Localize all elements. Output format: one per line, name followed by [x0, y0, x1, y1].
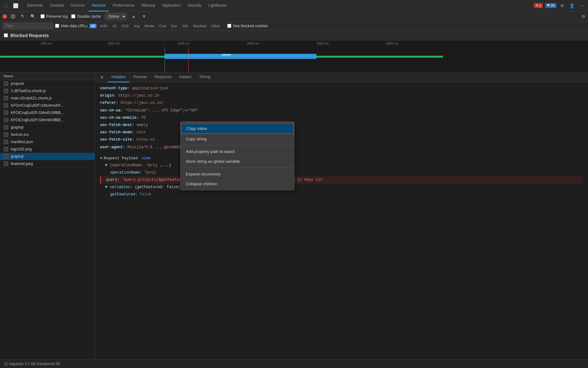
hide-data-urls-checkbox[interactable]: Hide data URLs: [55, 24, 88, 28]
list-item[interactable]: favicon.ico: [0, 131, 95, 138]
header-suffix: ...: [153, 108, 162, 113]
tab-console[interactable]: Console: [47, 0, 67, 11]
record-button[interactable]: [3, 14, 7, 19]
import-icon[interactable]: ▲: [130, 13, 137, 19]
preserve-log-input[interactable]: [41, 14, 45, 18]
list-item[interactable]: KFOmCnqEu92Fr1Mu4mxKK...: [0, 102, 95, 109]
payload-vars-key: variables:: [109, 185, 132, 189]
inspect-icon[interactable]: ⬜: [12, 2, 20, 10]
file-icon: [4, 125, 8, 130]
payload-section: ▼ Request Payload view ▼ {operationName:…: [95, 154, 588, 200]
filter-type-media[interactable]: Media: [143, 24, 156, 28]
error-x-icon: ✕: [535, 3, 538, 8]
warn-badge[interactable]: ⚑ 26: [545, 3, 556, 8]
filter-type-other[interactable]: Other: [210, 24, 222, 28]
list-item[interactable]: projects: [0, 80, 95, 87]
filter-type-js[interactable]: JS: [111, 24, 118, 28]
file-icon: [4, 103, 8, 108]
stop-button[interactable]: [11, 14, 15, 19]
file-name: favicon.ico: [11, 132, 29, 137]
file-icon: [4, 118, 8, 122]
list-item-selected[interactable]: graphql: [0, 153, 95, 160]
tab-initiator[interactable]: Initiator: [175, 72, 195, 82]
payload-query-row: query: "query projects($getFeatured: Boo…: [100, 176, 583, 184]
header-val: application/json: [132, 86, 168, 91]
mark-2000ms: 2000 ms: [247, 42, 259, 45]
tab-timing[interactable]: Timing: [195, 72, 214, 82]
header-row: sec-fetch-site: cross-si: [100, 136, 583, 143]
filter-type-ws[interactable]: WS: [181, 24, 190, 28]
disable-cache-input[interactable]: [71, 14, 75, 18]
context-item-copy-value[interactable]: Copy value: [181, 123, 294, 134]
context-item-copy-string[interactable]: Copy string: [181, 134, 294, 144]
file-name: KFOlCnqEu92Fr1MmWUlfBB...: [11, 118, 64, 122]
tab-elements[interactable]: Elements: [24, 0, 46, 11]
context-item-collapse[interactable]: Collapse children: [181, 179, 294, 189]
tab-headers[interactable]: Headers: [108, 72, 129, 82]
file-icon: [4, 147, 8, 151]
tab-response[interactable]: Response: [151, 72, 175, 82]
warn-count: 26: [551, 3, 555, 7]
header-row: content-type: application/json: [100, 85, 583, 92]
user-icon[interactable]: 👤: [568, 2, 576, 10]
settings-gear-icon[interactable]: ⚙: [559, 2, 566, 10]
blocked-cookies-input[interactable]: [227, 24, 231, 28]
payload-view-link[interactable]: view: [141, 156, 151, 161]
context-item-add-property[interactable]: Add property path to watch: [181, 147, 294, 156]
close-detail-button[interactable]: ✕: [97, 73, 106, 81]
list-item[interactable]: KFOlCnqEu92Fr1MmWUlfBB...: [0, 117, 95, 124]
filter-type-font[interactable]: Font: [158, 24, 168, 28]
more-icon[interactable]: ⋯: [579, 2, 585, 10]
hide-data-urls-input[interactable]: [55, 24, 59, 28]
blocked-requests-checkbox[interactable]: [4, 33, 8, 37]
header-row: user-agent: Mozilla/5.0 ... ppleWebKit/5…: [100, 144, 583, 151]
error-badge[interactable]: ✕ 1: [534, 3, 543, 8]
search-icon[interactable]: 🔍: [29, 13, 37, 19]
tab-lighthouse[interactable]: Lighthouse: [205, 0, 230, 11]
filter-type-doc[interactable]: Doc: [170, 24, 179, 28]
tab-sources[interactable]: Sources: [68, 0, 88, 11]
payload-suffix: ,...}: [160, 163, 171, 168]
disable-cache-checkbox[interactable]: Disable cache: [71, 14, 101, 19]
cursor-icon[interactable]: ⬚: [3, 2, 9, 10]
filter-type-xhr[interactable]: XHR: [98, 24, 109, 28]
timeline-area[interactable]: 500 ms 1000 ms 1500 ms 2000 ms 2500 ms 3…: [0, 41, 588, 72]
list-item[interactable]: logo192.png: [0, 146, 95, 153]
filter-input[interactable]: [3, 23, 53, 29]
header-key: content-type:: [100, 86, 130, 91]
filter-icon[interactable]: ⚗: [19, 13, 25, 19]
list-item[interactable]: manifest.json: [0, 138, 95, 146]
filter-type-css[interactable]: CSS: [120, 24, 130, 28]
header-key: referer:: [100, 101, 118, 105]
filter-type-img[interactable]: Img: [132, 24, 141, 28]
list-item[interactable]: KFOlCnqEu92Fr1MmEU9fBB...: [0, 109, 95, 117]
tab-security[interactable]: Security: [185, 0, 204, 11]
timeline-red-line: [188, 47, 189, 72]
file-list: Name projects 2.d87ba61a.chunk.js main.d…: [0, 72, 95, 359]
list-item[interactable]: 2.d87ba61a.chunk.js: [0, 87, 95, 95]
tab-performance[interactable]: Performance: [109, 0, 138, 11]
export-icon[interactable]: ▼: [141, 13, 147, 19]
detail-tabs: ✕ Headers Preview Response Initiator Tim…: [95, 72, 588, 82]
tab-memory[interactable]: Memory: [138, 0, 158, 11]
error-count: 1: [539, 4, 541, 8]
header-key: sec-ch-ua:: [100, 108, 123, 113]
list-item[interactable]: main.d2cda421.chunk.js: [0, 95, 95, 102]
tab-preview[interactable]: Preview: [129, 72, 151, 82]
context-item-expand[interactable]: Expand recursively: [181, 169, 294, 179]
blocked-cookies-checkbox[interactable]: Has blocked cookies: [227, 24, 268, 28]
context-item-store-global[interactable]: Store string as global variable: [181, 156, 294, 166]
network-settings-icon[interactable]: ⚙: [581, 14, 585, 19]
filter-type-all[interactable]: All: [90, 24, 97, 28]
list-item[interactable]: graphql: [0, 124, 95, 131]
preserve-log-checkbox[interactable]: Preserve log: [41, 14, 67, 19]
tab-application[interactable]: Application: [159, 0, 184, 11]
throttle-select[interactable]: Online: [105, 13, 127, 20]
file-name: KFOlCnqEu92Fr1MmEU9fBB...: [11, 111, 64, 115]
filter-type-manifest[interactable]: Manifest: [191, 24, 208, 28]
mark-3000ms: 3000 ms: [386, 42, 398, 45]
list-item[interactable]: featured.jpeg: [0, 160, 95, 168]
payload-get-featured-val: false: [140, 192, 151, 197]
tab-network[interactable]: Network: [89, 0, 109, 11]
file-icon: [4, 154, 8, 159]
